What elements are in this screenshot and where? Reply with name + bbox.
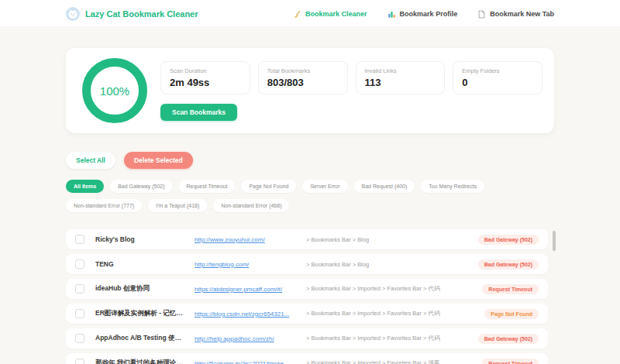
bookmark-row: AppAdhoc A/B Testing 使用文档 -... http://he… (66, 328, 548, 349)
scan-bookmarks-button[interactable]: Scan Bookmarks (160, 104, 237, 121)
bookmark-folder-path: > Bookmarks Bar > Imported > Favorites B… (306, 335, 470, 342)
bookmark-title: 那些年,我们看过的各种理论法则 | I... (95, 359, 187, 364)
bookmark-url-link[interactable]: https://atdesigner.pmcaff.com/#/ (195, 286, 297, 293)
stat-label: Invalid Links (365, 67, 436, 74)
bookmark-url-link[interactable]: https://blog.csdn.net/zgcr654321... (195, 311, 297, 318)
scrollbar-thumb[interactable] (553, 231, 556, 251)
broom-icon (293, 10, 301, 19)
bookmark-title: AppAdhoc A/B Testing 使用文档 -... (95, 334, 187, 343)
filter-chip[interactable]: Too Many Redirects (421, 180, 484, 193)
filter-chip-label: Too Many Redirects (429, 184, 477, 189)
filter-chip-label: I'm a Teapot (418) (156, 203, 199, 208)
main-content: 100% Scan Duration 2m 49ss Total Bookmar… (66, 48, 554, 364)
bookmark-row: ideaHub 创意协同 https://atdesigner.pmcaff.c… (66, 279, 548, 299)
select-all-button[interactable]: Select All (66, 152, 115, 169)
bookmark-folder-path: > Bookmarks Bar > Imported > Favorites B… (306, 359, 474, 364)
filter-chip-bar: All Items Bad Gateway (502) Request Time… (66, 180, 562, 212)
stat-box: Invalid Links 113 (356, 61, 446, 94)
filter-chip[interactable]: Bad Gateway (502) (110, 180, 172, 193)
bookmark-row: 那些年,我们看过的各种理论法则 | I... http://5column.in… (66, 353, 548, 364)
scan-progress-ring: 100% (82, 58, 147, 123)
stat-value: 2m 49ss (170, 77, 241, 88)
status-badge: Bad Gateway (502) (478, 259, 539, 270)
bookmark-checkbox[interactable] (75, 235, 84, 244)
app-header: Lazy Cat Bookmark Cleaner Bookmark Clean… (0, 0, 620, 28)
tab-label: Bookmark Profile (400, 10, 458, 18)
filter-chip[interactable]: Non-standard Error (777) (66, 199, 142, 212)
bookmark-row: TENG http://tengblog.com/ > Bookmarks Ba… (66, 254, 548, 274)
status-badge: Request Timeout (482, 359, 539, 364)
stat-label: Total Bookmarks (267, 67, 339, 74)
stat-box: Empty Folders 0 (453, 61, 542, 94)
stats-row: Scan Duration 2m 49ss Total Bookmarks 80… (160, 61, 542, 94)
tab-label: Bookmark Cleaner (305, 10, 367, 18)
tab-label: Bookmark New Tab (490, 10, 554, 18)
filter-chip-label: All Items (74, 184, 96, 189)
status-badge: Page Not Found (484, 309, 539, 319)
stat-box: Total Bookmarks 803/803 (258, 61, 348, 94)
bookmark-folder-path: > Bookmarks Bar > Blog (306, 236, 470, 243)
filter-chip-label: Non-standard Error (777) (74, 203, 134, 208)
tab-bookmark-new-tab[interactable]: Bookmark New Tab (477, 10, 554, 19)
status-badge: Request Timeout (482, 284, 539, 294)
scan-summary-card: 100% Scan Duration 2m 49ss Total Bookmar… (66, 48, 554, 133)
bookmark-folder-path: > Bookmarks Bar > Imported > Favorites B… (306, 310, 477, 318)
bookmark-checkbox[interactable] (75, 334, 84, 343)
filter-chip-label: Non-standard Error (468) (221, 203, 281, 208)
bookmark-url-link[interactable]: http://help.appadhoc.com/zh/ (195, 335, 297, 342)
tab-bookmark-cleaner[interactable]: Bookmark Cleaner (293, 10, 367, 19)
bookmark-url-link[interactable]: http://5column.in/?p=2021#more-... (195, 360, 297, 364)
stat-value: 803/803 (267, 77, 339, 88)
status-badge: Bad Gateway (502) (478, 334, 539, 344)
filter-chip[interactable]: Bad Request (400) (354, 180, 415, 193)
bookmark-checkbox[interactable] (75, 309, 84, 318)
stat-label: Scan Duration (170, 67, 241, 74)
filter-chip-label: Page Not Found (249, 184, 288, 189)
filter-chip-label: Request Timeout (187, 184, 228, 189)
bookmark-title: TENG (95, 260, 187, 268)
bulk-actions: Select All Delete Selected (66, 152, 554, 169)
bookmark-folder-path: > Bookmarks Bar > Blog (306, 261, 470, 268)
filter-chip[interactable]: Page Not Found (241, 180, 296, 193)
bookmark-checkbox[interactable] (75, 359, 84, 364)
bookmark-row: ER图详解及实例解析 - 记忆碎片的... https://blog.csdn.… (66, 304, 548, 324)
filter-chip-label: Bad Request (400) (362, 184, 408, 189)
bookmark-url-link[interactable]: http://tengblog.com/ (195, 261, 297, 268)
tab-bookmark-profile[interactable]: Bookmark Profile (388, 10, 458, 19)
bookmark-title: ER图详解及实例解析 - 记忆碎片的... (95, 309, 187, 318)
bookmark-checkbox[interactable] (75, 284, 84, 294)
scan-progress-percent: 100% (100, 84, 129, 98)
status-badge: Bad Gateway (502) (478, 235, 539, 245)
filter-chip[interactable]: I'm a Teapot (418) (148, 199, 207, 212)
delete-selected-button[interactable]: Delete Selected (124, 152, 193, 169)
bookmark-folder-path: > Bookmarks Bar > Imported > Favorites B… (306, 285, 474, 293)
bookmark-title: ideaHub 创意协同 (95, 284, 187, 294)
cat-logo-icon (66, 7, 80, 21)
filter-chip-label: Server Error (310, 184, 339, 189)
app-title: Lazy Cat Bookmark Cleaner (85, 9, 198, 19)
new-tab-icon (477, 10, 486, 19)
bookmark-title: Ricky's Blog (95, 235, 187, 243)
stat-label: Empty Folders (462, 67, 533, 74)
filter-chip[interactable]: Request Timeout (179, 180, 236, 193)
filter-chip[interactable]: Non-standard Error (468) (213, 199, 289, 212)
filter-chip[interactable]: Server Error (302, 180, 347, 193)
bookmark-list: Ricky's Blog http://www.zouyuhui.com/ > … (66, 229, 548, 364)
stat-value: 113 (365, 77, 436, 88)
stat-box: Scan Duration 2m 49ss (160, 61, 250, 94)
filter-chip-label: Bad Gateway (502) (118, 184, 164, 189)
bookmark-row: Ricky's Blog http://www.zouyuhui.com/ > … (66, 229, 548, 249)
bar-chart-icon (388, 10, 396, 19)
stat-value: 0 (462, 77, 533, 88)
bookmark-url-link[interactable]: http://www.zouyuhui.com/ (195, 236, 297, 243)
filter-chip[interactable]: All Items (66, 180, 104, 193)
brand: Lazy Cat Bookmark Cleaner (66, 7, 198, 21)
tab-bar: Bookmark Cleaner Bookmark Profile (293, 10, 554, 19)
bookmark-checkbox[interactable] (75, 259, 84, 269)
